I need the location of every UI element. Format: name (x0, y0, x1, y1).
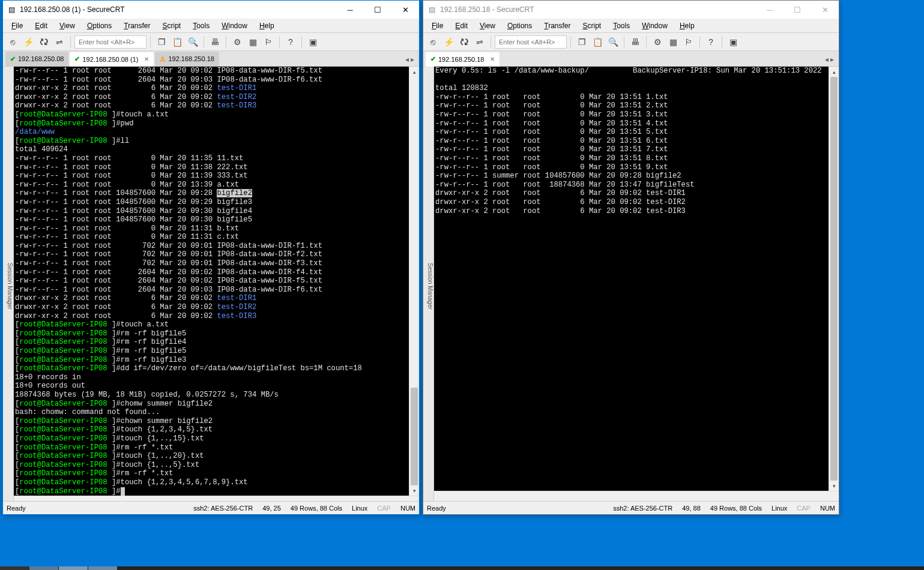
menubar: FileEditViewOptionsTransferScriptToolsWi… (423, 19, 839, 33)
status-ready: Ready (7, 505, 26, 512)
session-tab[interactable]: ⚠192.168.250.18 (155, 52, 219, 66)
options-icon[interactable]: ⚙ (230, 35, 244, 49)
disconnect-icon[interactable]: ⇌ (473, 35, 487, 49)
menu-window[interactable]: Window (636, 20, 674, 31)
help-icon[interactable]: ? (704, 35, 718, 49)
menu-options[interactable]: Options (81, 20, 118, 31)
status-os: Linux (772, 505, 787, 512)
print-icon[interactable]: 🖶 (208, 35, 222, 49)
status-caps: CAP (797, 505, 811, 512)
host-input[interactable] (495, 35, 567, 49)
session-manager-handle[interactable]: Session Manager (423, 67, 434, 501)
print-icon[interactable]: 🖶 (628, 35, 642, 49)
menu-options[interactable]: Options (501, 20, 538, 31)
tab-label: 192.168.250.08 (18, 55, 64, 62)
menu-window[interactable]: Window (216, 20, 253, 31)
menu-help[interactable]: Help (674, 20, 701, 31)
maximize-button[interactable]: ☐ (784, 1, 811, 19)
session-tab[interactable]: ✔192.168.250.08 (1)✕ (70, 52, 154, 67)
session-tab[interactable]: ✔192.168.250.18✕ (426, 52, 500, 67)
tab-close-icon[interactable]: ✕ (490, 56, 495, 62)
session-options-icon[interactable]: ▦ (666, 35, 680, 49)
scrollbar-horizontal[interactable] (14, 496, 419, 501)
menu-script[interactable]: Script (157, 20, 187, 31)
status-size: 49 Rows, 88 Cols (710, 505, 762, 512)
find-icon[interactable]: 🔍 (606, 35, 620, 49)
minimize-button[interactable]: ─ (336, 1, 364, 19)
menu-file[interactable]: File (5, 20, 29, 31)
app-icon: ▤ (427, 5, 436, 14)
scrollbar-vertical[interactable]: ▴ ▾ (829, 67, 839, 491)
menu-help[interactable]: Help (253, 20, 280, 31)
warning-icon: ⚠ (160, 55, 166, 63)
maximize-button[interactable]: ☐ (364, 1, 391, 19)
menu-view[interactable]: View (53, 20, 81, 31)
titlebar[interactable]: ▤ 192.168.250.18 - SecureCRT ─ ☐ ✕ (423, 1, 839, 19)
scroll-thumb[interactable] (411, 388, 418, 485)
scroll-down-icon[interactable]: ▾ (409, 485, 419, 496)
scrollbar-vertical[interactable]: ▴ ▾ (409, 67, 419, 496)
paste-icon[interactable]: 📋 (590, 35, 605, 49)
tab-scroll[interactable]: ◂ ▸ (823, 53, 836, 66)
help-icon[interactable]: ? (283, 35, 298, 49)
taskbar[interactable] (0, 566, 924, 570)
quick-connect-icon[interactable]: ⚡ (21, 35, 35, 49)
menu-file[interactable]: File (426, 20, 449, 31)
menu-tools[interactable]: Tools (607, 20, 636, 31)
menu-edit[interactable]: Edit (29, 20, 53, 31)
session-options-icon[interactable]: ▦ (246, 35, 260, 49)
copy-icon[interactable]: ❐ (154, 35, 169, 49)
status-os: Linux (352, 505, 367, 512)
new-tab-icon[interactable]: 🏳 (261, 35, 276, 49)
new-tab-icon[interactable]: 🏳 (681, 35, 696, 49)
status-conn: ssh2: AES-256-CTR (613, 505, 672, 512)
connect-icon[interactable]: ⎋ (5, 35, 20, 49)
minimize-button[interactable]: ─ (756, 1, 784, 19)
scroll-up-icon[interactable]: ▴ (409, 67, 419, 77)
window-title: 192.168.250.18 - SecureCRT (440, 5, 756, 14)
close-button[interactable]: ✕ (391, 1, 419, 19)
scroll-down-icon[interactable]: ▾ (829, 481, 839, 491)
check-icon: ✔ (10, 55, 16, 63)
tab-label: 192.168.250.18 (438, 56, 484, 63)
scroll-thumb[interactable] (830, 77, 838, 481)
statusbar: Ready ssh2: AES-256-CTR 49, 25 49 Rows, … (3, 501, 419, 514)
toggle-icon[interactable]: ▣ (306, 35, 320, 49)
copy-icon[interactable]: ❐ (575, 35, 589, 49)
tab-scroll[interactable]: ◂ ▸ (403, 53, 417, 66)
status-caps: CAP (377, 505, 391, 512)
titlebar[interactable]: ▤ 192.168.250.08 (1) - SecureCRT ─ ☐ ✕ (3, 1, 419, 19)
app-icon: ▤ (7, 5, 16, 14)
menu-edit[interactable]: Edit (449, 20, 474, 31)
close-button[interactable]: ✕ (811, 1, 839, 19)
reconnect-icon[interactable]: 🗘 (457, 35, 471, 49)
window-1: ▤ 192.168.250.08 (1) - SecureCRT ─ ☐ ✕ F… (2, 0, 420, 515)
tab-label: 192.168.250.08 (1) (82, 56, 138, 63)
session-manager-handle[interactable]: Session Manager (3, 67, 14, 501)
terminal-output[interactable]: -rw-r--r-- 1 root root 2604 Mar 20 09:02… (14, 67, 409, 496)
options-icon[interactable]: ⚙ (650, 35, 665, 49)
find-icon[interactable]: 🔍 (186, 35, 200, 49)
connect-icon[interactable]: ⎋ (426, 35, 440, 49)
scroll-up-icon[interactable]: ▴ (829, 67, 839, 77)
menu-tools[interactable]: Tools (187, 20, 216, 31)
window-title: 192.168.250.08 (1) - SecureCRT (20, 5, 336, 14)
disconnect-icon[interactable]: ⇌ (52, 35, 67, 49)
menu-transfer[interactable]: Transfer (118, 20, 156, 31)
host-input[interactable] (74, 35, 146, 49)
reconnect-icon[interactable]: 🗘 (37, 35, 51, 49)
menubar: FileEditViewOptionsTransferScriptToolsWi… (3, 19, 419, 33)
scrollbar-horizontal[interactable] (434, 491, 839, 501)
paste-icon[interactable]: 📋 (170, 35, 184, 49)
quick-connect-icon[interactable]: ⚡ (441, 35, 456, 49)
menu-transfer[interactable]: Transfer (538, 20, 576, 31)
status-ready: Ready (427, 505, 446, 512)
toggle-icon[interactable]: ▣ (726, 35, 740, 49)
menu-script[interactable]: Script (577, 20, 608, 31)
terminal-output[interactable]: Every 0.5s: ls -l /data/www-backup/ Back… (434, 67, 829, 491)
tab-close-icon[interactable]: ✕ (144, 56, 149, 62)
tabbar: ✔192.168.250.18✕◂ ▸ (423, 51, 839, 67)
menu-view[interactable]: View (474, 20, 501, 31)
session-tab[interactable]: ✔192.168.250.08 (5, 52, 68, 66)
toolbar: ⎋ ⚡ 🗘 ⇌ ❐ 📋 🔍 🖶 ⚙ ▦ 🏳 ? ▣ (3, 33, 419, 51)
